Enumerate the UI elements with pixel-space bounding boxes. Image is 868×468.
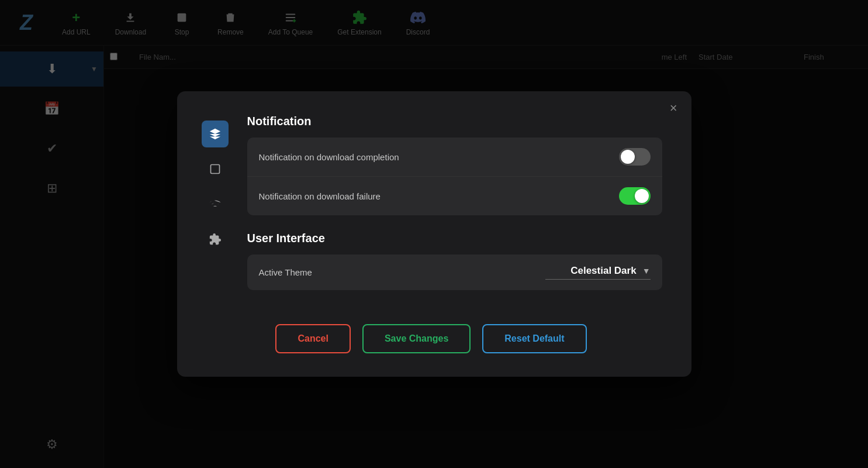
active-theme-row: Active Theme Celestial Dark ▼ (247, 254, 662, 290)
notification-completion-row: Notification on download completion (247, 137, 662, 177)
theme-dropdown[interactable]: Celestial Dark ▼ (545, 265, 651, 280)
save-changes-button[interactable]: Save Changes (362, 324, 471, 353)
modal-overlay: × Notification (0, 0, 868, 468)
theme-dropdown-value: Celestial Dark (570, 265, 636, 277)
notification-completion-label: Notification on download completion (259, 152, 399, 162)
notification-panel: Notification on download completion Noti… (247, 137, 662, 215)
ui-section-title: User Interface (247, 232, 662, 245)
modal-nav-layers[interactable] (202, 121, 229, 147)
reset-default-button[interactable]: Reset Default (482, 324, 586, 353)
toggle-knob (621, 150, 635, 164)
modal-footer: Cancel Save Changes Reset Default (200, 324, 662, 353)
cancel-button[interactable]: Cancel (275, 324, 350, 353)
modal-nav-window[interactable] (202, 156, 229, 183)
close-button[interactable]: × (670, 102, 677, 115)
modal-body: Notification Notification on download co… (200, 115, 662, 307)
active-theme-label: Active Theme (259, 267, 312, 277)
notification-failure-row: Notification on download failure (247, 177, 662, 215)
svg-rect-6 (210, 165, 219, 174)
settings-modal: × Notification (177, 91, 691, 377)
notification-failure-toggle[interactable] (619, 187, 651, 205)
modal-content-area: Notification Notification on download co… (247, 115, 662, 307)
modal-nav-wifi[interactable] (202, 191, 229, 218)
notification-failure-label: Notification on download failure (259, 191, 381, 201)
modal-nav-extension[interactable] (202, 226, 229, 253)
toggle-knob-on (635, 189, 649, 203)
modal-nav (200, 115, 230, 307)
notification-section-title: Notification (247, 115, 662, 128)
ui-panel: Active Theme Celestial Dark ▼ (247, 254, 662, 290)
chevron-down-icon: ▼ (642, 266, 651, 276)
notification-completion-toggle[interactable] (619, 148, 651, 166)
